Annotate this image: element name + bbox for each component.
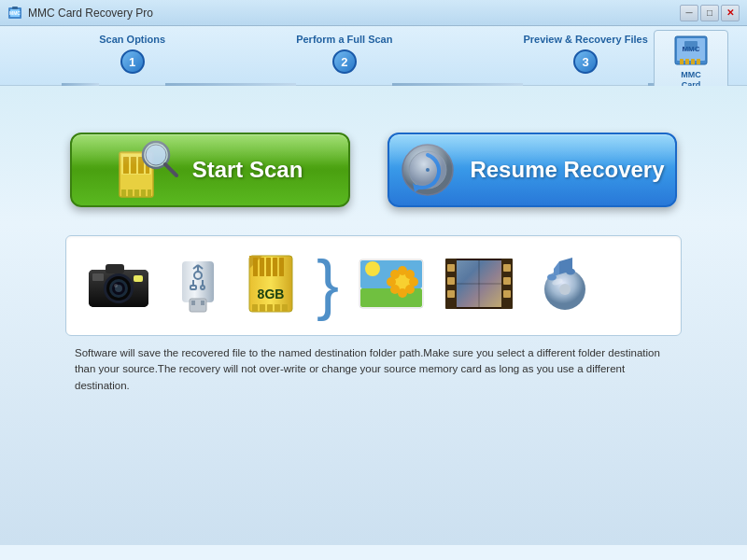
svg-rect-61 xyxy=(252,304,258,312)
icons-strip: 8GB } xyxy=(65,235,682,336)
film-icon xyxy=(444,255,514,316)
step-3-label: Preview & Recovery Files xyxy=(523,34,647,45)
svg-rect-22 xyxy=(148,189,151,197)
start-scan-label: Start Scan xyxy=(192,157,303,183)
svg-rect-87 xyxy=(503,290,511,298)
magnifier-icon xyxy=(139,138,178,177)
app-icon: MMC xyxy=(7,6,22,21)
svg-rect-18 xyxy=(121,189,126,197)
svg-rect-62 xyxy=(260,304,265,312)
buttons-row: Start Scan xyxy=(56,133,691,207)
svg-rect-81 xyxy=(447,264,455,272)
svg-rect-86 xyxy=(503,277,511,285)
svg-rect-8 xyxy=(691,59,695,64)
film-svg xyxy=(444,255,514,313)
scan-icon xyxy=(118,138,178,202)
resume-recovery-button[interactable]: Resume Recovery xyxy=(388,133,677,207)
step-2: Perform a Full Scan 2 xyxy=(296,34,392,74)
svg-point-92 xyxy=(559,284,571,295)
svg-rect-43 xyxy=(191,301,195,305)
svg-rect-85 xyxy=(503,264,511,272)
svg-rect-64 xyxy=(275,304,280,312)
svg-rect-58 xyxy=(273,258,277,276)
svg-rect-20 xyxy=(134,189,139,197)
steps-bar: Scan Options 1 Perform a Full Scan 2 Pre… xyxy=(0,26,747,86)
sd-card-svg: 8GB xyxy=(244,252,298,315)
svg-point-38 xyxy=(114,284,118,287)
window-title: MMC Card Recovery Pro xyxy=(28,7,153,20)
step-1-circle: 1 xyxy=(120,49,145,74)
window-controls[interactable]: ─ □ ✕ xyxy=(680,5,740,21)
step-2-circle: 2 xyxy=(332,49,357,74)
svg-text:8GB: 8GB xyxy=(258,287,285,301)
svg-point-29 xyxy=(426,168,430,172)
usb-drive-icon xyxy=(171,252,225,319)
titlebar-left: MMC MMC Card Recovery Pro xyxy=(7,6,153,21)
svg-rect-59 xyxy=(279,258,284,276)
svg-rect-39 xyxy=(134,275,143,282)
photo-icon xyxy=(358,256,425,315)
bottom-description: Software will save the recovered file to… xyxy=(75,345,672,394)
resume-recovery-label: Resume Recovery xyxy=(470,157,664,183)
svg-point-78 xyxy=(365,261,380,276)
camera-svg xyxy=(85,257,152,311)
maximize-button[interactable]: □ xyxy=(700,5,719,21)
svg-rect-6 xyxy=(680,59,684,64)
recovery-icon-svg xyxy=(400,142,456,198)
svg-rect-82 xyxy=(447,277,455,285)
step-3-circle: 3 xyxy=(573,49,598,74)
svg-rect-83 xyxy=(447,290,455,298)
svg-point-74 xyxy=(390,270,400,279)
svg-rect-15 xyxy=(131,157,136,174)
usb-svg xyxy=(171,252,225,315)
photo-svg xyxy=(358,256,425,312)
titlebar: MMC MMC Card Recovery Pro ─ □ ✕ xyxy=(0,0,747,26)
svg-rect-55 xyxy=(253,258,258,276)
svg-line-25 xyxy=(165,164,176,175)
svg-rect-11 xyxy=(684,41,698,50)
recovery-icon xyxy=(400,142,456,198)
logo-icon: MMC xyxy=(668,35,714,70)
svg-rect-21 xyxy=(141,189,146,197)
svg-rect-56 xyxy=(260,258,264,276)
minimize-button[interactable]: ─ xyxy=(680,5,698,21)
camera-icon xyxy=(85,257,152,315)
step-3: Preview & Recovery Files 3 xyxy=(523,34,647,74)
svg-rect-19 xyxy=(128,189,133,197)
start-scan-button[interactable]: Start Scan xyxy=(70,133,350,207)
svg-point-24 xyxy=(146,145,166,165)
sd-card-icon: 8GB xyxy=(244,252,298,319)
bracket-separator: } xyxy=(317,250,339,321)
svg-point-75 xyxy=(405,270,415,279)
svg-rect-63 xyxy=(267,304,273,312)
music-icon xyxy=(533,254,597,317)
logo-text-line1: MMC xyxy=(681,70,701,80)
svg-point-23 xyxy=(143,142,169,168)
svg-text:MMC: MMC xyxy=(9,10,21,16)
svg-rect-44 xyxy=(201,301,204,305)
svg-rect-7 xyxy=(685,59,689,64)
svg-point-93 xyxy=(547,274,557,281)
step-1: Scan Options 1 xyxy=(99,34,165,74)
svg-point-76 xyxy=(390,285,400,294)
svg-point-77 xyxy=(405,285,415,294)
step-1-label: Scan Options xyxy=(99,34,165,45)
main-content: Start Scan xyxy=(0,86,747,545)
svg-rect-40 xyxy=(92,273,104,281)
svg-rect-2 xyxy=(12,7,18,9)
svg-rect-14 xyxy=(123,157,129,174)
close-button[interactable]: ✕ xyxy=(721,5,740,21)
svg-point-94 xyxy=(566,269,575,275)
svg-rect-32 xyxy=(106,264,124,273)
svg-rect-65 xyxy=(282,304,288,312)
steps-wrapper: Scan Options 1 Perform a Full Scan 2 Pre… xyxy=(19,34,728,74)
music-svg xyxy=(533,254,597,314)
svg-rect-9 xyxy=(697,59,700,64)
step-2-label: Perform a Full Scan xyxy=(296,34,392,45)
svg-rect-57 xyxy=(266,258,271,276)
